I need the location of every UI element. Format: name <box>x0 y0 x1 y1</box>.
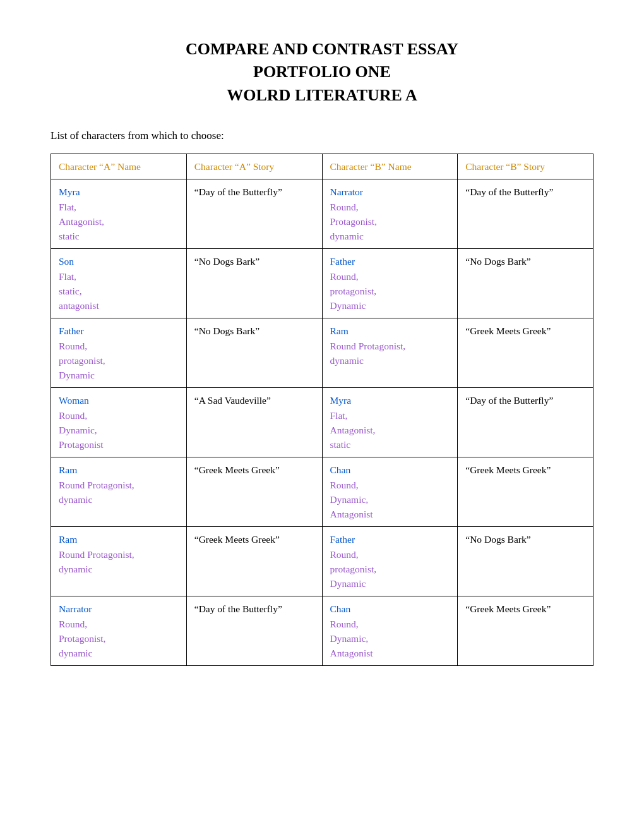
charA-name-cell: RamRound Protagonist,dynamic <box>51 457 187 527</box>
charB-story: “Day of the Butterfly” <box>465 186 553 197</box>
table-row: NarratorRound,Protagonist,dynamic“Day of… <box>51 596 593 666</box>
charB-story-cell: “No Dogs Bark” <box>458 249 593 318</box>
charA-story-cell: “Greek Meets Greek” <box>186 457 322 527</box>
charA-traits: Round,protagonist,Dynamic <box>59 341 105 381</box>
charB-name-cell: FatherRound,protagonist,Dynamic <box>322 527 458 596</box>
charA-story: “Day of the Butterfly” <box>194 603 282 614</box>
table-header-row: Character “A” Name Character “A” Story C… <box>51 154 593 179</box>
charB-story-cell: “Day of the Butterfly” <box>458 388 593 457</box>
charA-story: “Day of the Butterfly” <box>194 186 282 197</box>
charB-story: “Greek Meets Greek” <box>465 464 551 475</box>
charA-story: “No Dogs Bark” <box>194 325 259 336</box>
charA-name-cell: NarratorRound,Protagonist,dynamic <box>51 596 187 666</box>
charB-traits: Flat,Antagonist,static <box>330 410 376 450</box>
charB-story: “Day of the Butterfly” <box>465 395 553 406</box>
charB-name-cell: ChanRound,Dynamic,Antagonist <box>322 457 458 527</box>
charA-traits: Round,Dynamic,Protagonist <box>59 410 104 450</box>
charB-traits: Round,Dynamic,Antagonist <box>330 480 373 520</box>
charA-name-cell: RamRound Protagonist,dynamic <box>51 527 187 596</box>
page-title: COMPARE AND CONTRAST ESSAY PORTFOLIO ONE… <box>51 38 593 107</box>
charA-name: Woman <box>59 395 89 406</box>
charB-traits: Round Protagonist,dynamic <box>330 341 406 366</box>
charB-name: Ram <box>330 325 349 336</box>
charA-name: Son <box>59 256 74 267</box>
charA-traits: Round Protagonist,dynamic <box>59 549 134 574</box>
table-row: MyraFlat,Antagonist,static“Day of the Bu… <box>51 179 593 249</box>
character-table: Character “A” Name Character “A” Story C… <box>51 154 593 666</box>
charB-story-cell: “No Dogs Bark” <box>458 527 593 596</box>
charA-story-cell: “Day of the Butterfly” <box>186 179 322 249</box>
charA-story: “A Sad Vaudeville” <box>194 395 271 406</box>
charB-story: “Greek Meets Greek” <box>465 603 551 614</box>
charA-traits: Flat,static,antagonist <box>59 271 99 311</box>
table-row: RamRound Protagonist,dynamic“Greek Meets… <box>51 457 593 527</box>
charB-traits: Round,protagonist,Dynamic <box>330 549 377 589</box>
charB-story: “Greek Meets Greek” <box>465 325 551 336</box>
charB-traits: Round,Dynamic,Antagonist <box>330 619 373 659</box>
charB-story: “No Dogs Bark” <box>465 534 530 545</box>
charA-story-cell: “Day of the Butterfly” <box>186 596 322 666</box>
charB-name: Chan <box>330 464 351 475</box>
subtitle: List of characters from which to choose: <box>51 130 593 142</box>
charA-name-cell: WomanRound,Dynamic,Protagonist <box>51 388 187 457</box>
table-row: SonFlat,static,antagonist“No Dogs Bark”F… <box>51 249 593 318</box>
charB-name-cell: ChanRound,Dynamic,Antagonist <box>322 596 458 666</box>
table-row: FatherRound,protagonist,Dynamic“No Dogs … <box>51 318 593 388</box>
charA-traits: Round,Protagonist,dynamic <box>59 619 106 659</box>
charA-name-cell: MyraFlat,Antagonist,static <box>51 179 187 249</box>
charA-name: Narrator <box>59 603 92 614</box>
charB-traits: Round,Protagonist,dynamic <box>330 202 378 242</box>
charB-story-cell: “Day of the Butterfly” <box>458 179 593 249</box>
table-row: RamRound Protagonist,dynamic“Greek Meets… <box>51 527 593 596</box>
charB-name: Father <box>330 256 355 267</box>
charA-story-cell: “No Dogs Bark” <box>186 318 322 388</box>
charB-story-cell: “Greek Meets Greek” <box>458 596 593 666</box>
charA-name: Father <box>59 325 84 336</box>
charB-story-cell: “Greek Meets Greek” <box>458 318 593 388</box>
charB-name-cell: MyraFlat,Antagonist,static <box>322 388 458 457</box>
charB-name-cell: NarratorRound,Protagonist,dynamic <box>322 179 458 249</box>
charB-name: Myra <box>330 395 352 406</box>
charA-name-cell: FatherRound,protagonist,Dynamic <box>51 318 187 388</box>
charB-name: Chan <box>330 603 351 614</box>
charB-name-cell: RamRound Protagonist,dynamic <box>322 318 458 388</box>
charA-traits: Flat,Antagonist,static <box>59 202 104 242</box>
charB-name-cell: FatherRound,protagonist,Dynamic <box>322 249 458 318</box>
header-charB-story: Character “B” Story <box>458 154 593 179</box>
charB-story-cell: “Greek Meets Greek” <box>458 457 593 527</box>
charA-story: “No Dogs Bark” <box>194 256 259 267</box>
header-charA-story: Character “A” Story <box>186 154 322 179</box>
charA-name-cell: SonFlat,static,antagonist <box>51 249 187 318</box>
charB-name: Father <box>330 534 355 545</box>
charA-story-cell: “A Sad Vaudeville” <box>186 388 322 457</box>
charA-story: “Greek Meets Greek” <box>194 464 280 475</box>
charB-traits: Round,protagonist,Dynamic <box>330 271 377 311</box>
charB-name: Narrator <box>330 186 364 197</box>
charA-story: “Greek Meets Greek” <box>194 534 280 545</box>
table-row: WomanRound,Dynamic,Protagonist“A Sad Vau… <box>51 388 593 457</box>
charA-name: Ram <box>59 464 77 475</box>
charA-story-cell: “No Dogs Bark” <box>186 249 322 318</box>
header-charB-name: Character “B” Name <box>322 154 458 179</box>
charA-name: Myra <box>59 186 80 197</box>
charA-traits: Round Protagonist,dynamic <box>59 480 134 505</box>
charA-name: Ram <box>59 534 77 545</box>
charA-story-cell: “Greek Meets Greek” <box>186 527 322 596</box>
header-charA-name: Character “A” Name <box>51 154 187 179</box>
charB-story: “No Dogs Bark” <box>465 256 530 267</box>
